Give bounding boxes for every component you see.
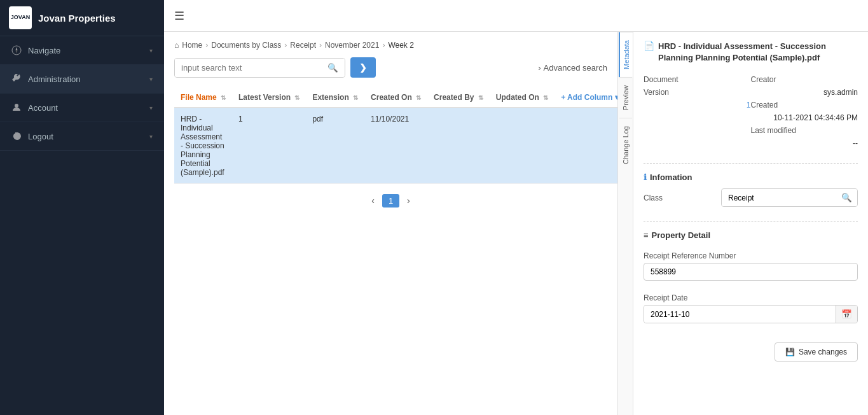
doc-list-area: ⌂ Home › Documents by Class › Receipt › … — [164, 32, 617, 415]
breadcrumb-sep-4: › — [382, 41, 385, 50]
logo-text: JOVAN — [11, 15, 30, 21]
search-input[interactable] — [175, 59, 321, 77]
meta-divider — [644, 163, 858, 164]
hamburger-icon[interactable]: ☰ — [174, 9, 184, 23]
search-go-button[interactable]: ❯ — [350, 57, 376, 78]
sort-icon-ext: ⇅ — [353, 94, 358, 101]
search-input-wrap: 🔍 — [174, 58, 345, 78]
prev-page-button[interactable]: ‹ — [368, 193, 378, 208]
wrench-icon — [11, 74, 22, 84]
receipt-date-wrap: 📅 — [644, 305, 858, 323]
col-latest-version: Latest Version ⇅ — [232, 88, 306, 108]
calendar-icon-button[interactable]: 📅 — [836, 306, 857, 323]
class-label: Class — [644, 193, 663, 202]
information-label: Infomation — [650, 172, 692, 182]
advanced-search-toggle[interactable]: › Advanced search — [538, 63, 607, 73]
breadcrumb-week2: Week 2 — [388, 41, 413, 50]
info-section-title: ℹ Infomation — [644, 172, 858, 182]
search-icon-button[interactable]: 🔍 — [321, 59, 345, 77]
col-created-by: Created By ⇅ — [427, 88, 490, 108]
compass-icon — [11, 45, 22, 55]
receipt-ref-input[interactable] — [644, 263, 858, 281]
sort-icon-updated-on: ⇅ — [543, 94, 548, 101]
sidebar: JOVAN Jovan Properties Navigate ▾ Admini… — [0, 0, 164, 415]
logo-box: JOVAN — [9, 6, 32, 29]
receipt-ref-label: Receipt Reference Number — [644, 251, 858, 260]
class-search-button[interactable]: 🔍 — [836, 189, 857, 206]
content-area: ⌂ Home › Documents by Class › Receipt › … — [164, 32, 868, 415]
sort-icon-version: ⇅ — [294, 94, 300, 101]
breadcrumb-receipt[interactable]: Receipt — [290, 41, 316, 50]
advanced-chevron-icon: › — [538, 63, 541, 73]
col-file-name: File Name ⇅ — [174, 88, 232, 108]
created-label: Created — [751, 101, 858, 109]
col-add-column[interactable]: + Add Column ▾ — [555, 88, 617, 108]
administration-chevron: ▾ — [149, 76, 153, 83]
breadcrumb-docs-by-class[interactable]: Documents by Class — [211, 41, 281, 50]
svg-marker-2 — [16, 50, 18, 54]
logout-label: Logout — [28, 132, 53, 141]
tab-metadata[interactable]: Metadata — [619, 32, 633, 77]
version-label: Version — [644, 88, 751, 97]
breadcrumb-home[interactable]: Home — [182, 41, 202, 50]
save-disk-icon: 💾 — [785, 348, 795, 356]
class-row: Class 🔍 — [644, 188, 858, 207]
property-detail-label: Property Detail — [652, 230, 710, 240]
svg-point-3 — [15, 104, 18, 108]
document-table: File Name ⇅ Latest Version ⇅ Extension ⇅… — [174, 88, 617, 184]
class-input-wrap: 🔍 — [721, 188, 858, 207]
meta-file-title: 📄 HRD - Individual Assessment - Successi… — [644, 41, 858, 64]
cell-extension: pdf — [306, 108, 364, 184]
advanced-search-label: Advanced search — [544, 63, 607, 73]
sidebar-item-logout[interactable]: Logout ▾ — [0, 122, 164, 151]
logout-chevron: ▾ — [149, 133, 153, 140]
search-bar: 🔍 ❯ › Advanced search — [174, 57, 607, 78]
cell-file-name: HRD - Individual Assessment - Succession… — [174, 108, 232, 184]
pagination: ‹ 1 › — [174, 193, 607, 208]
navigate-chevron: ▾ — [149, 47, 153, 54]
table-row[interactable]: HRD - Individual Assessment - Succession… — [174, 108, 617, 184]
sidebar-logo: JOVAN Jovan Properties — [0, 0, 164, 36]
breadcrumb-nov2021[interactable]: November 2021 — [325, 41, 379, 50]
side-tabs: Metadata Preview Change Log — [617, 32, 633, 415]
class-input[interactable] — [722, 190, 836, 206]
col-updated-on: Updated On ⇅ — [490, 88, 555, 108]
created-value: 10-11-2021 04:34:46 PM — [751, 113, 858, 122]
list-icon: ≡ — [644, 230, 649, 240]
version-value[interactable]: 1 — [644, 101, 751, 109]
breadcrumb-sep-2: › — [284, 41, 287, 50]
home-icon: ⌂ — [174, 41, 179, 50]
sort-icon-created-on: ⇅ — [416, 94, 421, 101]
creator-value: sys.admin — [751, 88, 858, 97]
sort-icon-filename: ⇅ — [221, 94, 226, 101]
add-column-button[interactable]: + Add Column ▾ — [561, 93, 617, 102]
sidebar-item-administration[interactable]: Administration ▾ — [0, 65, 164, 94]
topbar: ☰ — [164, 0, 868, 32]
meta-divider-2 — [644, 221, 858, 222]
breadcrumb-sep-3: › — [319, 41, 322, 50]
receipt-date-input[interactable] — [644, 306, 836, 323]
cell-version: 1 — [232, 108, 306, 184]
cell-created-by — [427, 108, 490, 184]
metadata-panel: 📄 HRD - Individual Assessment - Successi… — [633, 32, 868, 415]
last-modified-label: Last modified — [751, 126, 858, 135]
breadcrumb-sep-1: › — [205, 41, 208, 50]
main-area: ☰ ⌂ Home › Documents by Class › Receipt … — [164, 0, 868, 415]
next-page-button[interactable]: › — [403, 193, 414, 208]
col-created-on: Created On ⇅ — [364, 88, 427, 108]
cell-created-on: 11/10/2021 — [364, 108, 427, 184]
save-changes-button[interactable]: 💾 Save changes — [775, 342, 858, 362]
sidebar-item-account[interactable]: Account ▾ — [0, 94, 164, 122]
pdf-icon: 📄 — [644, 41, 654, 51]
navigate-label: Navigate — [28, 46, 60, 55]
sort-icon-created-by: ⇅ — [478, 94, 483, 101]
info-icon: ℹ — [644, 172, 647, 182]
user-icon — [11, 102, 22, 113]
tab-preview[interactable]: Preview — [619, 77, 632, 118]
current-page: 1 — [382, 194, 399, 208]
tab-change-log[interactable]: Change Log — [619, 118, 632, 172]
breadcrumb: ⌂ Home › Documents by Class › Receipt › … — [174, 41, 607, 50]
sidebar-item-navigate[interactable]: Navigate ▾ — [0, 36, 164, 65]
col-extension: Extension ⇅ — [306, 88, 364, 108]
cell-updated-on — [490, 108, 555, 184]
